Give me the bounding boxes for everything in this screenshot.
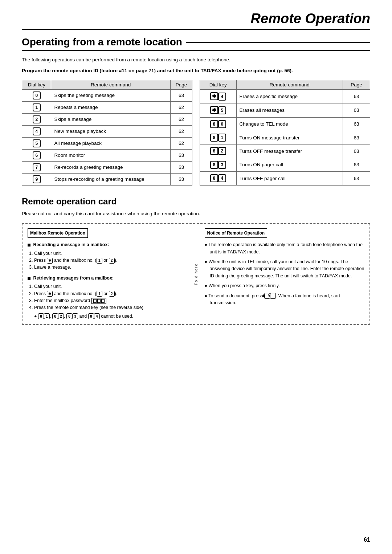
recording-block: Recording a message in a mailbox: Call y… (28, 241, 188, 271)
left-page-1: 62 (170, 101, 192, 113)
left-dial-key-5: 6 (22, 149, 51, 161)
left-dial-key-2: 2 (22, 113, 51, 125)
left-th-page: Page (170, 80, 192, 89)
digit1-key-icon: 8 (210, 147, 218, 155)
digit2-key-icon: 1 (218, 134, 226, 142)
digit-key-icon: 4 (218, 93, 226, 101)
right-command-table: Dial key Remote command Page ✱4Erases a … (200, 80, 370, 186)
fold-label: Fold here (193, 263, 199, 285)
left-table-row: 7Re-records a greeting message63 (22, 161, 192, 173)
digit1-key-icon: 8 (210, 134, 218, 142)
digit1-key-icon: 8 (210, 161, 218, 169)
commands-tables: Dial key Remote command Page 0Skips the … (22, 80, 370, 186)
right-page-3: 63 (343, 131, 370, 144)
right-command-4: Turns OFF message transfer (236, 144, 343, 158)
digit1-key-icon: 8 (210, 120, 218, 128)
right-command-0: Erases a specific message (236, 89, 343, 103)
left-dial-key-1: 1 (22, 101, 51, 113)
retrieving-heading: Retrieving messages from a mailbox: (33, 276, 114, 281)
left-table-row: 9Stops re-recording of a greeting messag… (22, 173, 192, 185)
retrieving-note: ● 81, 82, 83 and 84 cannot be used. (28, 313, 188, 320)
right-page-1: 63 (343, 103, 370, 118)
retrieving-step-3: Enter the mailbox password . (34, 297, 188, 304)
page: Remote Operation Operating from a remote… (0, 0, 392, 554)
retrieving-step-2: Press ✱ and the mailbox no. (1 or 2). (34, 290, 188, 297)
key-2b-icon: 2 (109, 291, 115, 297)
right-page-2: 63 (343, 117, 370, 131)
digit2-key-icon: 0 (218, 120, 226, 128)
recording-step-2: Press ✱ and the mailbox no. (1 or 2). (34, 257, 188, 264)
key-82-icon: 8 (52, 313, 58, 319)
left-command-0: Skips the greeting message (51, 89, 170, 101)
operating-section: Operating from a remote location The fol… (22, 36, 370, 186)
recording-steps-list: Call your unit. Press ✱ and the mailbox … (28, 250, 188, 271)
right-table-row: 80Changes to TEL mode63 (200, 117, 370, 131)
star-key-icon: ✱ (210, 92, 218, 100)
digit2-key-icon: 4 (218, 174, 226, 182)
right-command-6: Turns OFF pager call (236, 172, 343, 185)
right-dial-key-6: 84 (200, 172, 237, 185)
operating-section-title: Operating from a remote location (22, 36, 370, 51)
left-dial-key-0: 0 (22, 89, 51, 101)
star-key-icon: ✱ (210, 106, 218, 114)
right-page-0: 63 (343, 89, 370, 103)
key-box-icon: 6 (33, 151, 41, 159)
key-2-icon: 2 (109, 258, 115, 264)
left-table-row: 1Repeats a message62 (22, 101, 192, 113)
card-right-header: Notice of Remote Operation (205, 228, 268, 238)
key-box-icon: 0 (33, 91, 41, 99)
retrieving-bullet-icon (28, 277, 30, 280)
remote-card: Mailbox Remote Operation Recording a mes… (22, 223, 370, 325)
right-dial-key-5: 83 (200, 158, 237, 171)
right-dial-key-1: ✱5 (200, 103, 237, 118)
page-header: Remote Operation (22, 11, 370, 30)
left-command-7: Stops re-recording of a greeting message (51, 173, 170, 185)
recording-step-1: Call your unit. (34, 250, 188, 257)
password-box (91, 298, 106, 304)
right-command-2: Changes to TEL mode (236, 117, 343, 131)
digit-key-icon: 5 (218, 106, 226, 114)
digit2-key-icon: 3 (218, 161, 226, 169)
right-table-row: ✱5Erases all messages63 (200, 103, 370, 118)
fold-area: Fold here (193, 224, 200, 324)
right-dial-key-4: 82 (200, 144, 237, 158)
key-4c-icon: 4 (94, 313, 100, 319)
left-table-row: 6Room monitor63 (22, 149, 192, 161)
left-page-7: 63 (170, 173, 192, 185)
left-command-3: New message playback (51, 125, 170, 137)
card-section: Remote operation card Please cut out and… (22, 196, 370, 325)
key-3c-icon: 3 (72, 313, 78, 319)
intro-text: The following operations can be performe… (22, 56, 370, 64)
left-dial-key-7: 9 (22, 173, 51, 185)
key-1b-icon: 1 (97, 291, 102, 297)
recording-step-3: Leave a message. (34, 264, 188, 271)
right-table-row: 83Turns ON pager call63 (200, 158, 370, 171)
key-2c-icon: 2 (58, 313, 64, 319)
card-right: Notice of Remote Operation ● The remote … (200, 224, 370, 324)
card-left-header: Mailbox Remote Operation (28, 228, 88, 238)
left-page-5: 63 (170, 149, 192, 161)
key-box-icon: 9 (33, 175, 41, 183)
card-section-title: Remote operation card (22, 196, 370, 207)
left-dial-key-3: 4 (22, 125, 51, 137)
left-command-2: Skips a message (51, 113, 170, 125)
left-table-row: 5All message playback62 (22, 137, 192, 149)
right-dial-key-3: 81 (200, 131, 237, 144)
left-command-5: Room monitor (51, 149, 170, 161)
right-command-3: Turns ON message transfer (236, 131, 343, 144)
left-command-6: Re-records a greeting message (51, 161, 170, 173)
retrieving-steps-list: Call your unit. Press ✱ and the mailbox … (28, 283, 188, 311)
right-table-row: 84Turns OFF pager call63 (200, 172, 370, 185)
retrieving-step-4: Press the remote command key (see the re… (34, 304, 188, 311)
right-dial-key-0: ✱4 (200, 89, 237, 103)
recording-heading: Recording a message in a mailbox: (33, 242, 109, 247)
intro-bold: Program the remote operation ID (feature… (22, 67, 370, 74)
right-page-5: 63 (343, 158, 370, 171)
key-box-icon: 1 (33, 103, 41, 111)
key-box-icon: 4 (33, 127, 41, 135)
notice-bullet-4: ● To send a document, press ✱9. When a f… (205, 293, 365, 307)
left-page-0: 63 (170, 89, 192, 101)
star-key-icon: ✱ (47, 258, 53, 264)
left-page-6: 63 (170, 161, 192, 173)
star-key-2-icon: ✱ (47, 291, 53, 297)
